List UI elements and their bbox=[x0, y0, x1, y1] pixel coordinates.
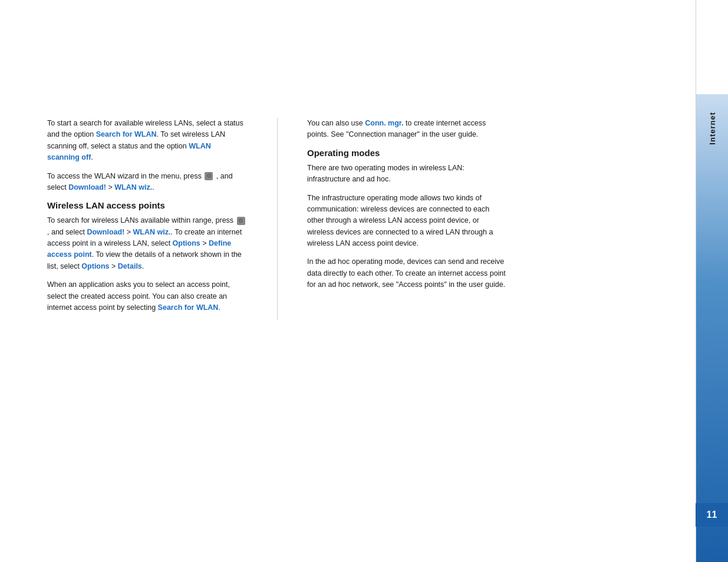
wlan-wizard-gt-1: > bbox=[106, 183, 114, 191]
search-for-wlan-link-2[interactable]: Search for WLAN bbox=[158, 303, 219, 312]
right-intro-paragraph: You can also use Conn. mgr. to create in… bbox=[307, 118, 508, 141]
page-number: 11 bbox=[707, 510, 717, 520]
wlan-wizard-text-1: To access the WLAN wizard in the menu, p… bbox=[47, 172, 203, 180]
ap-gt-3: > bbox=[110, 262, 118, 270]
ap-text-2: , and select bbox=[47, 228, 87, 236]
side-tab: Internet 11 bbox=[696, 0, 728, 562]
wlan-access-points-p2: When an application asks you to select a… bbox=[47, 279, 248, 313]
ap-gt-2: > bbox=[200, 239, 209, 247]
ap-p2-end: . bbox=[218, 303, 220, 312]
left-column: To start a search for available wireless… bbox=[47, 118, 248, 320]
details-link[interactable]: Details bbox=[118, 262, 142, 270]
ap-text-5: . bbox=[142, 262, 144, 270]
options-link-2[interactable]: Options bbox=[81, 262, 109, 270]
options-link-1[interactable]: Options bbox=[173, 239, 200, 247]
operating-modes-p1: There are two operating modes in wireles… bbox=[307, 163, 508, 186]
operating-modes-p3: In the ad hoc operating mode, devices ca… bbox=[307, 256, 508, 290]
intro-paragraph: To start a search for available wireless… bbox=[47, 118, 248, 164]
two-column-layout: To start a search for available wireless… bbox=[0, 0, 696, 344]
wlan-wiz-link-1[interactable]: WLAN wiz. bbox=[114, 183, 152, 191]
side-tab-white bbox=[696, 0, 728, 94]
side-tab-label-area: Internet 11 bbox=[696, 94, 728, 562]
page-number-box: 11 bbox=[696, 503, 728, 527]
right-intro-text-1: You can also use bbox=[307, 119, 365, 127]
right-column: You can also use Conn. mgr. to create in… bbox=[307, 118, 508, 320]
wlan-wiz-link-2[interactable]: WLAN wiz. bbox=[133, 228, 171, 236]
side-tab-label: Internet bbox=[708, 112, 717, 145]
ap-text-1: To search for wireless LANs available wi… bbox=[47, 216, 236, 224]
wlan-wizard-end: . bbox=[152, 183, 154, 191]
wlan-access-points-p1: To search for wireless LANs available wi… bbox=[47, 215, 248, 272]
wireless-lan-access-points-heading: Wireless LAN access points bbox=[47, 200, 248, 210]
column-divider bbox=[277, 118, 278, 320]
menu-icon: ⚙ bbox=[205, 172, 213, 180]
ap-gt-1: > bbox=[124, 228, 133, 236]
download-link-1[interactable]: Download! bbox=[68, 183, 106, 191]
page-container: Internet 11 To start a search for availa… bbox=[0, 0, 728, 562]
operating-modes-heading: Operating modes bbox=[307, 148, 508, 158]
menu-icon-2: ⚙ bbox=[237, 217, 245, 225]
conn-mgr-link[interactable]: Conn. mgr. bbox=[365, 119, 403, 127]
intro-text-3: . bbox=[91, 153, 93, 161]
download-link-2[interactable]: Download! bbox=[87, 228, 124, 236]
content-area: To start a search for available wireless… bbox=[0, 0, 696, 562]
search-for-wlan-link-1[interactable]: Search for WLAN bbox=[96, 130, 157, 138]
operating-modes-p2: The infrastructure operating mode allows… bbox=[307, 193, 508, 250]
wlan-wizard-paragraph: To access the WLAN wizard in the menu, p… bbox=[47, 171, 248, 194]
